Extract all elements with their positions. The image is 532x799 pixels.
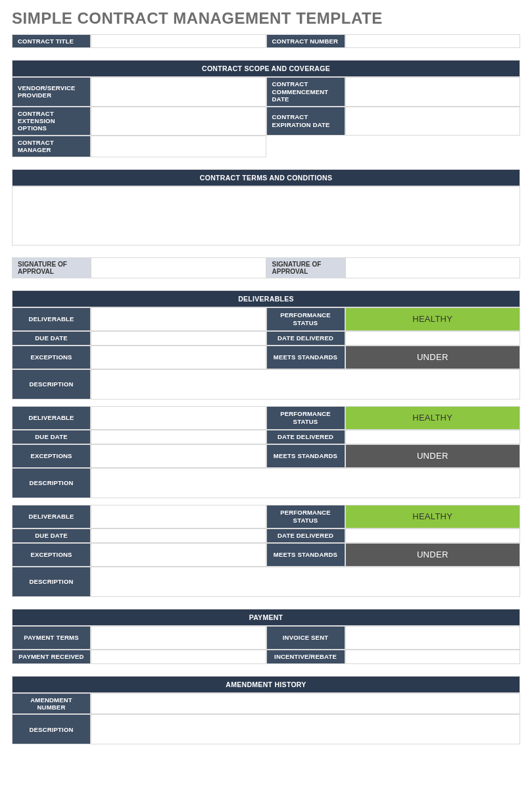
invoice-sent-input[interactable] [345,626,521,650]
extension-label: CONTRACT EXTENSION OPTIONS [12,107,91,136]
exceptions-input[interactable] [91,346,266,369]
meets-standards-value[interactable]: UNDER [345,346,521,369]
meets-standards-label: MEETS STANDARDS [266,346,345,369]
deliverable-description-label: DESCRIPTION [12,369,91,400]
section-payment: PAYMENT PAYMENT TERMS INVOICE SENT PAYME… [12,609,520,664]
date-delivered-label: DATE DELIVERED [266,430,345,444]
deliverable-block: DELIVERABLEPERFORMANCE STATUSHEALTHYDUE … [12,307,520,400]
page-title: SIMPLE CONTRACT MANAGEMENT TEMPLATE [12,9,520,28]
performance-status-value[interactable]: HEALTHY [345,406,521,430]
payment-terms-input[interactable] [91,626,266,650]
due-date-label: DUE DATE [12,430,91,444]
meets-standards-value[interactable]: UNDER [345,444,521,468]
section-signatures: SIGNATURE OF APPROVAL SIGNATURE OF APPRO… [12,257,520,278]
expiration-input[interactable] [345,107,521,136]
terms-section-title: CONTRACT TERMS AND CONDITIONS [12,169,520,186]
due-date-input[interactable] [91,331,266,346]
due-date-input[interactable] [91,528,266,543]
payment-section-title: PAYMENT [12,609,520,626]
performance-status-value[interactable]: HEALTHY [345,307,521,331]
signature2-input[interactable] [345,257,521,278]
deliverable-block: DELIVERABLEPERFORMANCE STATUSHEALTHYDUE … [12,406,520,498]
exceptions-label: EXCEPTIONS [12,444,91,468]
vendor-input[interactable] [91,77,266,106]
amendment-description-label: DESCRIPTION [12,714,91,744]
manager-label: CONTRACT MANAGER [12,136,91,157]
signature1-input[interactable] [91,257,266,278]
date-delivered-input[interactable] [345,528,521,543]
date-delivered-label: DATE DELIVERED [266,331,345,346]
performance-status-value[interactable]: HEALTHY [345,505,521,528]
date-delivered-label: DATE DELIVERED [266,528,345,543]
deliverable-input[interactable] [91,505,266,528]
incentive-label: INCENTIVE/REBATE [266,650,345,664]
deliverable-label: DELIVERABLE [12,307,91,331]
date-delivered-input[interactable] [345,331,521,346]
performance-status-label: PERFORMANCE STATUS [266,406,345,430]
signature2-label: SIGNATURE OF APPROVAL [266,257,345,278]
due-date-label: DUE DATE [12,331,91,346]
exceptions-input[interactable] [91,543,266,567]
amendment-number-input[interactable] [91,693,520,715]
terms-body-input[interactable] [12,186,520,245]
performance-status-label: PERFORMANCE STATUS [266,307,345,331]
deliverable-input[interactable] [91,406,266,430]
contract-title-label: CONTRACT TITLE [12,34,91,48]
invoice-sent-label: INVOICE SENT [266,626,345,650]
section-scope: CONTRACT SCOPE AND COVERAGE VENDOR/SERVI… [12,60,520,157]
performance-status-label: PERFORMANCE STATUS [266,505,345,528]
section-amendment: AMENDMENT HISTORY AMENDMENT NUMBER DESCR… [12,676,520,745]
deliverable-description-input[interactable] [91,369,520,400]
amendment-section-title: AMENDMENT HISTORY [12,676,520,693]
signature1-label: SIGNATURE OF APPROVAL [12,257,91,278]
manager-input[interactable] [91,136,266,157]
meets-standards-label: MEETS STANDARDS [266,543,345,567]
payment-received-label: PAYMENT RECEIVED [12,650,91,664]
due-date-input[interactable] [91,430,266,444]
payment-received-input[interactable] [91,650,266,664]
deliverable-block: DELIVERABLEPERFORMANCE STATUSHEALTHYDUE … [12,505,520,597]
exceptions-input[interactable] [91,444,266,468]
amendment-number-label: AMENDMENT NUMBER [12,693,91,715]
amendment-description-input[interactable] [91,714,520,744]
meets-standards-label: MEETS STANDARDS [266,444,345,468]
deliverable-label: DELIVERABLE [12,505,91,528]
due-date-label: DUE DATE [12,528,91,543]
exceptions-label: EXCEPTIONS [12,346,91,369]
incentive-input[interactable] [345,650,521,664]
contract-title-input[interactable] [91,34,266,48]
deliverable-label: DELIVERABLE [12,406,91,430]
scope-section-title: CONTRACT SCOPE AND COVERAGE [12,60,520,77]
deliverable-description-label: DESCRIPTION [12,468,91,498]
contract-number-label: CONTRACT NUMBER [266,34,345,48]
expiration-label: CONTRACT EXPIRATION DATE [266,107,345,136]
payment-terms-label: PAYMENT TERMS [12,626,91,650]
exceptions-label: EXCEPTIONS [12,543,91,567]
deliverable-description-input[interactable] [91,567,520,597]
section-deliverables: DELIVERABLES DELIVERABLEPERFORMANCE STAT… [12,290,520,597]
date-delivered-input[interactable] [345,430,521,444]
section-terms: CONTRACT TERMS AND CONDITIONS [12,169,520,245]
deliverable-description-input[interactable] [91,468,520,498]
commencement-label: CONTRACT COMMENCEMENT DATE [266,77,345,106]
commencement-input[interactable] [345,77,521,106]
section-header: CONTRACT TITLE CONTRACT NUMBER [12,34,520,48]
deliverable-input[interactable] [91,307,266,331]
vendor-label: VENDOR/SERVICE PROVIDER [12,77,91,106]
deliverable-description-label: DESCRIPTION [12,567,91,597]
extension-input[interactable] [91,107,266,136]
contract-number-input[interactable] [345,34,521,48]
meets-standards-value[interactable]: UNDER [345,543,521,567]
deliverables-section-title: DELIVERABLES [12,290,520,307]
